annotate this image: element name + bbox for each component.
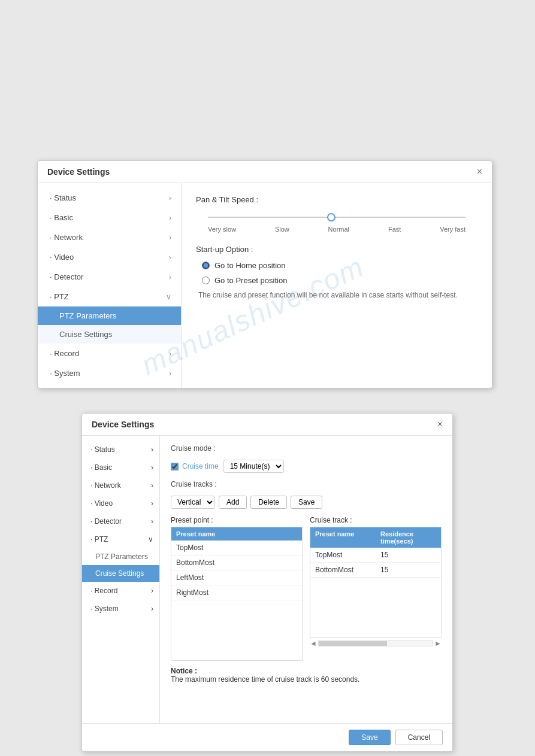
chevron2-ptz-icon: ∨ [148, 535, 153, 544]
radio-home-label: Go to Home position [214, 261, 286, 270]
scroll-right-icon[interactable]: ► [434, 639, 442, 648]
cruise-time-checkbox[interactable] [171, 463, 179, 470]
slider-labels: Very slow Slow Normal Fast Very fast [208, 226, 466, 233]
sidebar2-item-system[interactable]: · System › [82, 600, 159, 618]
cruise-mode-label: Cruise mode : [171, 444, 216, 453]
cruise-time-checkbox-item[interactable]: Cruise time [171, 462, 219, 470]
cruise-row-topmost[interactable]: TopMost 15 [310, 548, 441, 563]
cruise-time-label: Cruise time [182, 462, 219, 470]
save-track-button[interactable]: Save [291, 496, 322, 509]
cruise-row-bottommost[interactable]: BottomMost 15 [310, 563, 441, 578]
tables-container: Preset point : Preset name TopMost Botto… [171, 516, 442, 661]
slider-thumb[interactable] [327, 213, 335, 221]
cruise-cell-time-bottommost: 15 [376, 563, 441, 577]
sidebar2-label-status: · Status [90, 445, 115, 454]
sidebar2-sub-cruise-settings[interactable]: Cruise Settings [82, 565, 159, 582]
sidebar-item-detector[interactable]: · Detector › [38, 267, 181, 287]
scrollbar-thumb[interactable] [319, 641, 387, 646]
add-button[interactable]: Add [219, 496, 247, 509]
startup-notice: The cruise and preset function will be n… [198, 291, 477, 299]
sidebar-item-video[interactable]: · Video › [38, 247, 181, 267]
sidebar2-item-network[interactable]: · Network › [82, 476, 159, 494]
preset-table: Preset name TopMost BottomMost LeftMost … [171, 527, 303, 661]
chevron2-status-icon: › [151, 445, 153, 454]
sidebar2-item-ptz[interactable]: · PTZ ∨ [82, 530, 159, 548]
sidebar2-sub-ptz-parameters[interactable]: PTZ Parameters [82, 548, 159, 565]
scrollbar-track[interactable] [318, 640, 433, 646]
slider-track[interactable] [208, 211, 466, 223]
chevron-status-icon: › [169, 194, 171, 202]
sidebar-label-detector: · Detector [50, 272, 83, 281]
cruise-mode-row: Cruise mode : [171, 444, 442, 453]
pan-tilt-label: Pan & Tilt Speed : [196, 195, 477, 204]
preset-table-empty-area [171, 600, 302, 660]
sidebar2-item-record[interactable]: · Record › [82, 582, 159, 600]
dialog-cruise-settings: Device Settings × · Status › · Basic › ·… [81, 413, 453, 752]
chevron2-network-icon: › [151, 481, 153, 490]
chevron-video-icon: › [169, 253, 171, 262]
cruise-table-empty-area [310, 578, 441, 637]
chevron-basic-icon: › [169, 214, 171, 222]
radio-preset-input[interactable] [202, 277, 210, 284]
dialog2-footer: Save Cancel [82, 723, 452, 751]
sidebar-label-video: · Video [50, 253, 74, 262]
cruise-time-dropdown[interactable]: 15 Minute(s) [223, 460, 284, 473]
label-very-fast: Very fast [440, 226, 466, 233]
sidebar2-item-detector[interactable]: · Detector › [82, 512, 159, 530]
radio-home-position[interactable]: Go to Home position [202, 261, 477, 270]
preset-row-bottommost[interactable]: BottomMost [171, 555, 302, 570]
sidebar-item-basic[interactable]: · Basic › [38, 208, 181, 227]
radio-home-input[interactable] [202, 262, 210, 269]
ptz-submenu: PTZ Parameters Cruise Settings [38, 306, 181, 344]
sidebar-item-record[interactable]: · Record › [38, 344, 181, 363]
cruise-cell-time-topmost: 15 [376, 548, 441, 562]
sidebar-label-status: · Status [50, 193, 76, 202]
dialog1-sidebar: · Status › · Basic › · Network › · Video… [38, 183, 182, 388]
sidebar-sub-cruise-settings[interactable]: Cruise Settings [38, 325, 181, 344]
preset-row-rightmost[interactable]: RightMost [171, 585, 302, 600]
radio-preset-position[interactable]: Go to Preset position [202, 276, 477, 285]
sidebar-item-network[interactable]: · Network › [38, 227, 181, 247]
scroll-left-icon[interactable]: ◄ [310, 639, 317, 648]
sidebar2-item-status[interactable]: · Status › [82, 441, 159, 459]
tracks-select-dropdown[interactable]: Vertical [171, 496, 215, 509]
delete-button[interactable]: Delete [250, 496, 287, 509]
dialog2-close-button[interactable]: × [437, 420, 443, 429]
dialog2-content: Cruise mode : Cruise time 15 Minute(s) C… [160, 436, 452, 723]
preset-section: Preset point : Preset name TopMost Botto… [171, 516, 303, 661]
sidebar-label-ptz: · PTZ [50, 292, 69, 301]
sidebar-item-ptz[interactable]: · PTZ ∨ [38, 287, 181, 306]
chevron2-detector-icon: › [151, 517, 153, 526]
slider-line [208, 217, 466, 218]
sidebar2-item-video[interactable]: · Video › [82, 494, 159, 512]
dialog-ptz-parameters: Device Settings × · Status › · Basic › ·… [37, 160, 492, 388]
cruise-track-section: Cruise track : Preset name Residence tim… [310, 516, 442, 661]
sidebar-item-system[interactable]: · System › [38, 363, 181, 383]
sidebar-item-status[interactable]: · Status › [38, 188, 181, 208]
chevron-system-icon: › [169, 369, 171, 378]
sidebar2-label-video: · Video [90, 499, 113, 508]
preset-row-leftmost[interactable]: LeftMost [171, 570, 302, 585]
dialog1-close-button[interactable]: × [477, 167, 482, 177]
chevron-record-icon: › [169, 350, 171, 358]
save-button[interactable]: Save [349, 730, 390, 745]
startup-radio-group: Go to Home position Go to Preset positio… [202, 261, 477, 285]
chevron-ptz-icon: ∨ [166, 293, 171, 301]
notice-text: The maximum residence time of cruise tra… [171, 675, 442, 684]
dialog2-body: · Status › · Basic › · Network › · Video… [82, 436, 452, 723]
tracks-controls-row: Vertical Add Delete Save [171, 496, 442, 509]
cruise-table: Preset name Residence time(secs) TopMost… [310, 527, 442, 638]
cancel-button[interactable]: Cancel [395, 730, 443, 745]
sidebar2-item-basic[interactable]: · Basic › [82, 459, 159, 476]
pan-tilt-slider-container: Very slow Slow Normal Fast Very fast [196, 211, 477, 233]
dialog1-header: Device Settings × [38, 161, 492, 183]
sidebar-label-network: · Network [50, 233, 83, 242]
preset-row-topmost[interactable]: TopMost [171, 541, 302, 555]
sidebar2-label-system: · System [90, 605, 119, 613]
cruise-cell-name-topmost: TopMost [310, 548, 376, 562]
cruise-time-row: Cruise time 15 Minute(s) [171, 460, 442, 473]
scrollbar-area: ◄ ► [310, 639, 442, 648]
chevron2-system-icon: › [151, 605, 153, 613]
label-fast: Fast [388, 226, 401, 233]
sidebar-sub-ptz-parameters[interactable]: PTZ Parameters [38, 306, 181, 325]
